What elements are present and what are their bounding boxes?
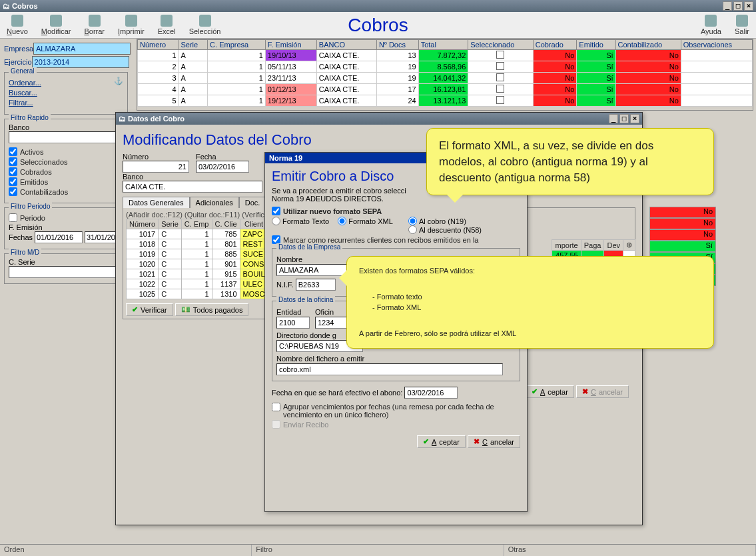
minimize-icon[interactable]: _ <box>723 1 732 11</box>
enviar-recibo-check <box>272 420 280 429</box>
filtro-rapido-label: Filtro Rapido <box>9 114 51 121</box>
formato-texto-radio[interactable] <box>272 217 280 225</box>
banco-filter-input[interactable] <box>9 131 123 143</box>
oficina-input[interactable] <box>315 317 348 329</box>
banco-input[interactable] <box>123 181 262 193</box>
excel-button[interactable]: Excel <box>155 13 179 37</box>
anchor-icon: ⚓ <box>114 77 123 85</box>
table-row[interactable]: 1019C1885SUCE <box>127 249 268 259</box>
numero-input[interactable] <box>123 161 189 173</box>
ejercicio-label: Ejercicio <box>4 58 32 66</box>
table-row[interactable]: 2A105/11/13CAIXA CTE.198.568,96NoSíNo <box>138 61 753 73</box>
check-icon: ✔ <box>132 305 138 314</box>
callout-sepa-formats: Existen dos formatos SEPA válidos: - For… <box>346 256 714 349</box>
win2-minimize-icon[interactable]: _ <box>609 114 618 123</box>
emitidos-check[interactable] <box>9 177 17 186</box>
sidebar: Empresa Ejercicio General ⚓ Ordenar... B… <box>0 39 132 287</box>
salir-button[interactable]: Salir <box>732 13 752 37</box>
help-icon <box>705 15 717 27</box>
ordenar-link[interactable]: Ordenar... <box>9 79 123 87</box>
borrar-button[interactable]: Borrar <box>81 13 107 37</box>
datos-oficina-label: Datos de la oficina <box>276 296 335 303</box>
sepa-check[interactable] <box>272 207 280 215</box>
modificar-button[interactable]: Modificar <box>39 13 74 37</box>
verificar-button[interactable]: ✔Verificar <box>126 303 173 316</box>
imprimir-button[interactable]: Imprimir <box>115 13 147 37</box>
dlg-aceptar-button[interactable]: ✔Aceptar <box>417 435 466 448</box>
x-icon: ✖ <box>474 437 480 446</box>
main-titlebar: 🗂 Cobros _ □ × <box>0 0 756 12</box>
activos-check[interactable] <box>9 147 17 156</box>
ayuda-button[interactable]: Ayuda <box>698 13 724 37</box>
dlg-cancelar-button[interactable]: ✖Cancelar <box>468 435 520 448</box>
table-row[interactable]: 1022C11137ULEC <box>127 279 268 289</box>
fecha-abono-input[interactable] <box>404 387 458 399</box>
new-icon <box>11 15 23 27</box>
filtrar-link[interactable]: Filtrar... <box>9 99 123 107</box>
table-row[interactable]: 4A101/12/13CAIXA CTE.1716.123,81NoSíNo <box>138 84 753 95</box>
ejercicio-select[interactable] <box>32 56 129 68</box>
status-orden: Orden <box>0 545 252 556</box>
agrupar-check[interactable] <box>272 403 280 411</box>
win2-aceptar-button[interactable]: ✔AAceptarceptar <box>526 385 574 398</box>
main-toolbar: NNuevouevo Modificar Borrar Imprimir Exc… <box>0 12 756 39</box>
money-icon: 💵 <box>181 305 190 314</box>
close-icon[interactable]: × <box>744 1 753 11</box>
table-row[interactable]: 1020C1901CONS <box>127 259 268 269</box>
main-grid[interactable]: NúmeroSerieC. EmpresaF. EmisiónBANCONº D… <box>137 39 753 111</box>
fecha-input[interactable] <box>196 161 249 173</box>
seleccionados-check[interactable] <box>9 157 17 166</box>
nuevo-button[interactable]: NNuevouevo <box>4 13 31 37</box>
c-serie-input[interactable] <box>9 266 123 278</box>
entidad-input[interactable] <box>276 317 310 329</box>
win2-cancelar-button[interactable]: ✖Cancelar <box>576 385 629 398</box>
filtro-md-label: Filtro M/D <box>9 249 41 256</box>
banco-label: Banco <box>9 123 123 131</box>
f-emision-label: F. Emisión <box>9 223 123 231</box>
win2-maximize-icon[interactable]: □ <box>619 114 629 123</box>
al-descuento-radio[interactable] <box>408 225 417 234</box>
status-bar: Orden Filtro Otras <box>0 544 756 556</box>
tab-datos-generales[interactable]: Datos Generales <box>123 197 190 208</box>
table-row[interactable]: 1017C1785ZAPC <box>127 229 268 239</box>
selection-icon <box>199 15 211 27</box>
general-group-label: General <box>9 67 37 75</box>
table-row[interactable]: 1018C1801REST <box>127 239 268 249</box>
exit-icon <box>736 15 748 27</box>
status-otras: Otras <box>504 545 756 556</box>
check-icon: ✔ <box>532 387 538 396</box>
table-row[interactable]: 1021C1915BOUIL <box>127 269 268 279</box>
edit-icon <box>50 15 62 27</box>
todos-pagados-button[interactable]: 💵Todos pagados <box>175 303 249 316</box>
tab-doc[interactable]: Doc. <box>239 197 266 208</box>
fichero-input[interactable] <box>276 363 503 375</box>
maximize-icon[interactable]: □ <box>733 1 743 11</box>
empresa-select[interactable] <box>33 43 131 55</box>
table-row[interactable]: 5A119/12/13CAIXA CTE.2413.121,13NoSíNo <box>138 95 753 107</box>
win2-close-icon[interactable]: × <box>630 114 639 123</box>
contabilizados-check[interactable] <box>9 187 17 196</box>
table-row[interactable]: 1A119/10/13CAIXA CTE.137.872,32NoSíNo <box>138 50 753 61</box>
fecha-desde-input[interactable] <box>35 231 83 243</box>
nif-input[interactable] <box>296 279 336 291</box>
check-icon: ✔ <box>423 437 429 446</box>
delete-icon <box>89 15 101 27</box>
table-row[interactable]: 1025C11310MOSC <box>127 289 268 299</box>
al-cobro-radio[interactable] <box>408 217 417 225</box>
page-title: Cobros <box>348 15 408 36</box>
status-filtro: Filtro <box>252 545 504 556</box>
docs-grid[interactable]: NúmeroSerieC. EmpC. ClieClient1017C1785Z… <box>126 219 268 299</box>
cobrados-check[interactable] <box>9 167 17 176</box>
tab-adicionales[interactable]: Adicionales <box>190 197 239 208</box>
c-serie-label: C. Serie <box>9 258 123 266</box>
table-row[interactable]: 3A123/11/13CAIXA CTE.1914.041,32NoSíNo <box>138 73 753 84</box>
formato-xml-radio[interactable] <box>338 217 346 225</box>
excel-icon <box>161 15 173 27</box>
empresa-label: Empresa <box>4 45 33 53</box>
filtro-periodo-label: Filtro Periodo <box>9 203 52 210</box>
datos-empresa-label: Datos de la Empresa <box>276 243 342 251</box>
buscar-link[interactable]: Buscar... <box>9 89 123 97</box>
periodo-check[interactable] <box>9 213 17 222</box>
seleccion-button[interactable]: Selección <box>187 13 224 37</box>
fecha-abono-label: Fecha en que se hará efectivo el abono: <box>272 389 402 397</box>
